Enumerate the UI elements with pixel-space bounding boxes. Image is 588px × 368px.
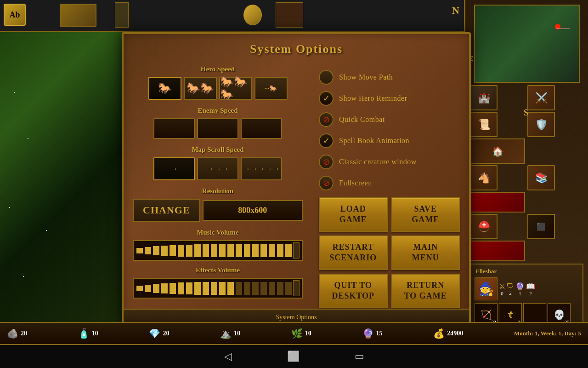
resource-ore: 💎 20 bbox=[149, 328, 169, 339]
enemy-speed-btn-3[interactable] bbox=[241, 118, 282, 139]
enemy-speed-btn-2[interactable] bbox=[197, 118, 238, 139]
option-show-move-path: □ Show Move Path bbox=[319, 70, 460, 85]
hero-speed-btn-3[interactable]: 🐎🐎🐎 bbox=[219, 77, 252, 100]
hero-portrait: 🧙 bbox=[475, 277, 498, 300]
sulfur-icon: ⛰️ bbox=[220, 328, 232, 339]
music-volume-label: Music Volume bbox=[133, 229, 303, 236]
book-icon[interactable]: 📚 bbox=[527, 165, 555, 190]
scroll-icon[interactable]: 📜 bbox=[470, 112, 498, 137]
wood-icon: 🪨 bbox=[7, 328, 18, 339]
load-game-button[interactable]: LOADGAME bbox=[319, 197, 388, 232]
mercury-value: 10 bbox=[92, 330, 98, 337]
enemy-speed-label: Enemy Speed bbox=[133, 107, 303, 115]
sulfur-value: 10 bbox=[234, 330, 240, 337]
placeholder-icon: ⬛ bbox=[527, 214, 555, 239]
armor-icon[interactable]: 🛡️ bbox=[527, 112, 555, 137]
scroll-speed-btn-2[interactable]: →→→ bbox=[197, 157, 238, 180]
resource-sulfur: ⛰️ 10 bbox=[220, 328, 240, 339]
gems-value: 15 bbox=[376, 330, 383, 337]
resource-gems: 🔮 15 bbox=[362, 328, 383, 339]
hero-speed-btn-4[interactable]: ···🐎 bbox=[254, 77, 288, 100]
show-hero-reminder-checkbox[interactable]: ✓ bbox=[319, 91, 334, 106]
show-move-path-checkbox[interactable]: □ bbox=[319, 70, 334, 85]
quick-combat-checkbox[interactable]: ⊘ bbox=[319, 112, 334, 127]
effects-volume-section: Effects Volume bbox=[133, 266, 303, 299]
classic-creature-window-checkbox[interactable]: ⊘ bbox=[319, 155, 334, 169]
camp-fire bbox=[276, 2, 303, 28]
enemy-speed-btn-1[interactable] bbox=[153, 118, 195, 139]
map-scroll-speed-label: Map Scroll Speed bbox=[133, 146, 303, 154]
effects-volume-slider[interactable] bbox=[133, 278, 303, 299]
scroll-speed-buttons: → →→→ →→→→→ bbox=[133, 157, 303, 180]
red-banner-1 bbox=[470, 192, 525, 213]
crystal-icon: 🌿 bbox=[291, 328, 303, 339]
change-resolution-button[interactable]: CHANGE bbox=[133, 199, 200, 222]
scroll-speed-btn-3[interactable]: →→→→→ bbox=[241, 157, 282, 180]
hero-name: Elleshar bbox=[473, 267, 580, 276]
android-nav-bar: ◁ ⬜ ▭ bbox=[0, 345, 588, 368]
crystal-value: 10 bbox=[305, 330, 311, 337]
effects-volume-label: Effects Volume bbox=[133, 266, 303, 274]
restart-scenario-button[interactable]: RESTARTSCENARIO bbox=[319, 236, 388, 270]
wood-value: 20 bbox=[21, 330, 27, 337]
gold-icon: 💰 bbox=[433, 328, 445, 339]
main-menu-button[interactable]: MAINMENU bbox=[391, 236, 460, 270]
resource-crystal: 🌿 10 bbox=[291, 328, 311, 339]
gems-icon: 🔮 bbox=[362, 328, 374, 339]
castle-icon[interactable]: 🏰 bbox=[470, 85, 498, 110]
hero-figure bbox=[115, 2, 129, 28]
spell-book-animation-label: Spell Book Animation bbox=[339, 137, 409, 145]
home-button[interactable]: ⬜ bbox=[287, 351, 300, 362]
compass-n-label: N bbox=[452, 5, 459, 17]
ore-icon: 💎 bbox=[149, 328, 160, 339]
knight-icon[interactable]: 🐴 bbox=[470, 165, 498, 190]
music-volume-section: Music Volume bbox=[133, 229, 303, 261]
quit-desktop-button[interactable]: QUIT TODESKTOP bbox=[319, 274, 388, 308]
option-classic-creature-window: ⊘ Classic creature window bbox=[319, 155, 460, 169]
resolution-row: CHANGE 800x600 bbox=[133, 199, 303, 222]
hero-speed-label: Hero Speed bbox=[133, 65, 303, 73]
compass-s-label: S bbox=[524, 108, 528, 118]
building-icon[interactable]: 🏠 bbox=[470, 138, 525, 164]
stat-spell-power: 🔮 1 bbox=[515, 282, 525, 296]
resolution-label: Resolution bbox=[133, 187, 303, 195]
bottom-resource-bar: 🪨 20 🧴 10 💎 20 ⛰️ 10 🌿 10 🔮 15 💰 24900 M… bbox=[0, 322, 588, 345]
tower-icon bbox=[60, 4, 96, 27]
fullscreen-checkbox[interactable]: ⊘ bbox=[319, 176, 334, 190]
classic-creature-window-label: Classic creature window bbox=[339, 158, 417, 166]
stat-knowledge: 📖 2 bbox=[526, 282, 535, 296]
fullscreen-label: Fullscreen bbox=[339, 179, 372, 187]
right-column: □ Show Move Path ✓ Show Hero Reminder ⊘ … bbox=[312, 65, 460, 308]
hero-section: Elleshar 🧙 ⚔ 0 🛡 2 🔮 1 bbox=[470, 264, 583, 331]
recent-button[interactable]: ▭ bbox=[355, 351, 364, 362]
troops-icon[interactable]: ⚔️ bbox=[527, 85, 555, 110]
resource-mercury: 🧴 10 bbox=[78, 328, 98, 339]
resource-wood: 🪨 20 bbox=[7, 328, 27, 339]
system-options-dialog: System Options Hero Speed 🐎 🐎🐎 🐎🐎🐎 bbox=[122, 32, 471, 327]
spell-book-animation-checkbox[interactable]: ✓ bbox=[319, 133, 334, 148]
ore-value: 20 bbox=[163, 330, 169, 337]
return-to-game-button[interactable]: RETURNTO GAME bbox=[391, 274, 460, 308]
date-display: Month: 1, Week: 1, Day: 5 bbox=[514, 330, 581, 337]
hero-speed-btn-2[interactable]: 🐎🐎 bbox=[184, 77, 217, 100]
stat-defense: 🛡 2 bbox=[507, 282, 514, 296]
mercury-icon: 🧴 bbox=[78, 328, 90, 339]
show-move-path-label: Show Move Path bbox=[339, 73, 393, 81]
show-hero-reminder-label: Show Hero Reminder bbox=[339, 94, 407, 103]
option-quick-combat: ⊘ Quick Combat bbox=[319, 112, 460, 127]
option-fullscreen: ⊘ Fullscreen bbox=[319, 176, 460, 190]
dialog-status-text: System Options bbox=[276, 314, 317, 321]
minimap bbox=[474, 5, 580, 83]
left-column: Hero Speed 🐎 🐎🐎 🐎🐎🐎 ···🐎 bbox=[133, 65, 312, 308]
game-background: Ab N S E 🏰 ⚔️ 📜 🛡️ 🏠 🐴 bbox=[0, 0, 588, 368]
back-button[interactable]: ◁ bbox=[224, 351, 232, 362]
scroll-speed-btn-1[interactable]: → bbox=[153, 157, 195, 180]
helm-icon[interactable]: ⛑️ bbox=[470, 214, 498, 239]
resolution-value: 800x600 bbox=[203, 200, 303, 221]
gold-value: 24900 bbox=[447, 330, 463, 337]
save-game-button[interactable]: SAVEGAME bbox=[391, 197, 460, 232]
hero-speed-btn-1[interactable]: 🐎 bbox=[148, 77, 181, 100]
hero-speed-buttons: 🐎 🐎🐎 🐎🐎🐎 ···🐎 bbox=[133, 77, 303, 100]
dialog-title: System Options bbox=[124, 34, 469, 61]
music-volume-slider[interactable] bbox=[133, 240, 303, 261]
